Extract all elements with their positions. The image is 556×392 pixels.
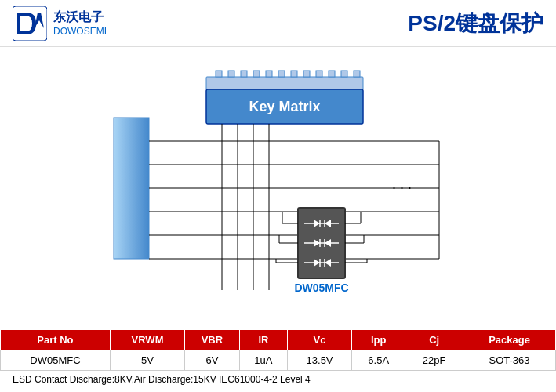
- diagram-area: Key Matrix · · ·: [0, 47, 556, 329]
- svg-rect-7: [266, 71, 272, 77]
- svg-text:DW05MFC: DW05MFC: [294, 281, 348, 294]
- svg-rect-6: [253, 71, 260, 77]
- footer: ESD Contact Discharge:8KV,Air Discharge:…: [0, 371, 556, 388]
- table-header-cell: Package: [463, 330, 556, 350]
- company-name-cn: 东沃电子: [53, 9, 107, 26]
- svg-rect-4: [228, 71, 234, 77]
- svg-text:Key Matrix: Key Matrix: [249, 99, 320, 114]
- svg-rect-3: [216, 71, 222, 77]
- header: 东沃电子 DOWOSEMI PS/2键盘保护: [0, 0, 556, 47]
- company-logo: [13, 6, 47, 41]
- table-data-cell: 5V: [110, 350, 184, 371]
- table-header-cell: Ipp: [352, 330, 405, 350]
- svg-text:· · ·: · · ·: [392, 180, 412, 195]
- table-data-cell: 22pF: [405, 350, 463, 371]
- company-name: 东沃电子 DOWOSEMI: [53, 9, 107, 37]
- svg-rect-5: [241, 71, 247, 77]
- table-header-cell: Part No: [1, 330, 111, 350]
- table-header-cell: VRWM: [110, 330, 184, 350]
- specs-table: Part NoVRWMVBRIRVcIppCjPackage DW05MFC5V…: [0, 329, 556, 371]
- page-title: PS/2键盘保护: [408, 9, 543, 38]
- table-data-cell: DW05MFC: [1, 350, 111, 371]
- svg-rect-9: [291, 71, 297, 77]
- table-data-cell: 6.5A: [352, 350, 405, 371]
- svg-rect-8: [278, 71, 285, 77]
- svg-rect-10: [303, 71, 310, 77]
- table-header-cell: Cj: [405, 330, 463, 350]
- svg-rect-12: [329, 71, 335, 77]
- table-data-cell: 6V: [185, 350, 240, 371]
- logo-area: 东沃电子 DOWOSEMI: [13, 6, 107, 41]
- table-header-cell: VBR: [185, 330, 240, 350]
- table-header-row: Part NoVRWMVBRIRVcIppCjPackage: [1, 330, 556, 350]
- svg-rect-14: [354, 71, 360, 77]
- svg-rect-11: [316, 71, 322, 77]
- table-header-cell: IR: [239, 330, 287, 350]
- table-data-cell: 1uA: [239, 350, 287, 371]
- svg-rect-2: [206, 77, 363, 89]
- footer-text: ESD Contact Discharge:8KV,Air Discharge:…: [13, 374, 311, 385]
- svg-rect-1: [114, 118, 149, 259]
- table-data-cell: 13.5V: [288, 350, 352, 371]
- table-data-cell: SOT-363: [463, 350, 556, 371]
- svg-rect-13: [341, 71, 347, 77]
- company-name-en: DOWOSEMI: [53, 26, 107, 37]
- table-header-cell: Vc: [288, 330, 352, 350]
- circuit-diagram: Key Matrix · · ·: [0, 47, 556, 329]
- table-data-row: DW05MFC5V6V1uA13.5V6.5A22pFSOT-363: [1, 350, 556, 371]
